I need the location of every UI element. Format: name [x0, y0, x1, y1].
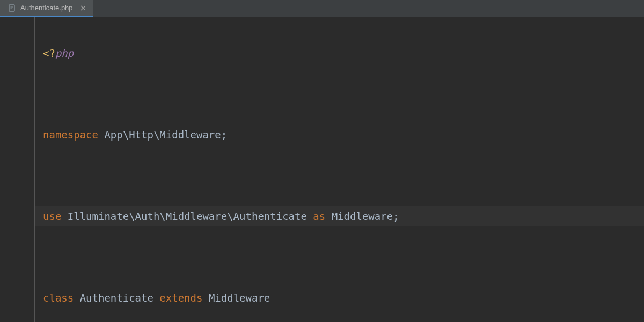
code-area[interactable]: <?php namespace App\Http\Middleware; use… — [34, 17, 644, 322]
code-line: <?php — [35, 43, 644, 63]
code-line: use Illuminate\Auth\Middleware\Authentic… — [35, 206, 644, 226]
close-icon[interactable] — [79, 4, 87, 12]
code-line — [35, 165, 644, 186]
editor: <?php namespace App\Http\Middleware; use… — [0, 17, 644, 322]
gutter — [0, 17, 34, 322]
tab-authenticate-php[interactable]: Authenticate.php — [0, 0, 93, 17]
code-line: class Authenticate extends Middleware — [35, 288, 644, 308]
code-line: namespace App\Http\Middleware; — [35, 125, 644, 145]
svg-rect-0 — [9, 5, 14, 11]
php-file-icon — [8, 4, 16, 12]
code-line — [35, 84, 644, 104]
tab-bar: Authenticate.php — [0, 0, 644, 17]
tab-filename: Authenticate.php — [20, 4, 73, 12]
code-line — [35, 247, 644, 267]
